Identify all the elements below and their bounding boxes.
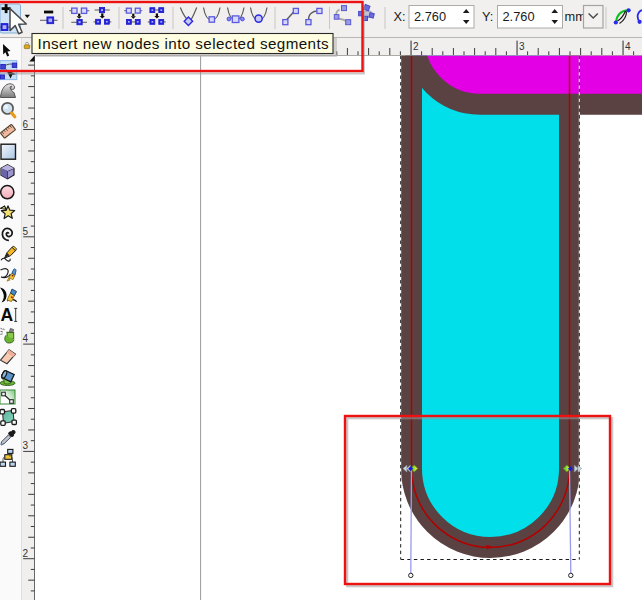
svg-text:6: 6: [23, 119, 29, 130]
svg-text:3: 3: [23, 440, 29, 451]
svg-text:4: 4: [625, 41, 631, 52]
svg-text:Y:: Y:: [482, 9, 493, 24]
svg-text:X:: X:: [394, 9, 406, 24]
svg-text:4: 4: [23, 333, 29, 344]
svg-text:3: 3: [519, 41, 525, 52]
svg-text:2.760: 2.760: [414, 9, 446, 24]
svg-text:2.760: 2.760: [503, 9, 535, 24]
svg-text:A: A: [1, 305, 14, 325]
svg-text:mm: mm: [565, 9, 586, 24]
svg-text:2: 2: [23, 548, 29, 559]
svg-text:2: 2: [413, 41, 419, 52]
svg-text:5: 5: [23, 226, 29, 237]
svg-text:Insert new nodes into selected: Insert new nodes into selected segments: [38, 35, 330, 52]
